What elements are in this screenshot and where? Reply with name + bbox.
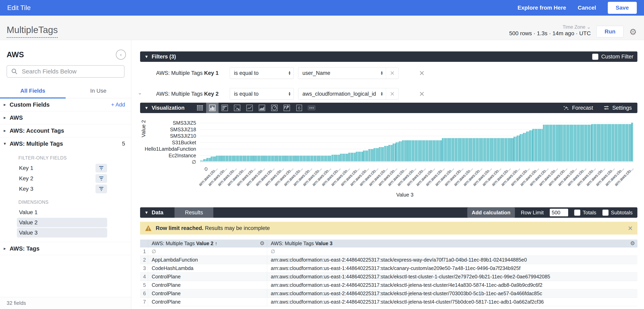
cell-value2[interactable]: ControlPlane: [148, 290, 267, 298]
filter-icon[interactable]: [96, 174, 107, 183]
run-button[interactable]: Run: [596, 26, 624, 38]
cell-value3[interactable]: arn:aws:cloudformation:us-east-2:4486402…: [267, 281, 638, 289]
filters-section-header[interactable]: ▼ Filters (3) Custom Filter: [140, 52, 638, 62]
bar-segment[interactable]: [348, 153, 356, 162]
bar-segment[interactable]: [368, 149, 374, 162]
clear-value-icon[interactable]: ×: [386, 88, 398, 100]
table-icon[interactable]: [194, 103, 206, 113]
bar-segment[interactable]: [517, 136, 520, 162]
visualization-section-header[interactable]: ▼ Visualization 6 Forecast Settings: [140, 103, 638, 113]
caret-down-icon[interactable]: ▼: [144, 54, 148, 59]
cell-value3[interactable]: arn:aws:cloudformation:us-east-1:4486402…: [267, 272, 638, 281]
area-chart-icon[interactable]: [256, 103, 268, 113]
bar-segment[interactable]: [523, 133, 526, 162]
line-chart-icon[interactable]: [243, 103, 256, 113]
bar-segment[interactable]: [356, 152, 363, 162]
column-gear-icon[interactable]: ⚙: [630, 240, 635, 246]
add-calculation-button[interactable]: Add calculation: [467, 208, 515, 218]
caret-right-icon[interactable]: ▸: [0, 246, 10, 251]
bar-segment[interactable]: [374, 148, 379, 162]
filter-value-select[interactable]: aws_cloudformation_logical_id ▴▾ ×: [298, 88, 399, 100]
tab-in-use[interactable]: In Use: [66, 84, 131, 98]
data-section-header[interactable]: ▼ Data Results Add calculation Row Limit…: [140, 207, 638, 218]
scroll-down-chevron-icon[interactable]: ⌄: [138, 90, 142, 96]
sidebar-group-aws[interactable]: ▸ AWS: [0, 111, 131, 124]
results-tab[interactable]: Results: [174, 207, 213, 218]
bar-segment[interactable]: [384, 146, 388, 162]
caret-down-icon[interactable]: ▾: [0, 141, 10, 146]
bar-segment[interactable]: [526, 132, 529, 162]
cell-value3[interactable]: arn:aws:cloudformation:us-east-2:4486402…: [267, 256, 638, 264]
collapse-sidebar-button[interactable]: ‹: [116, 50, 126, 60]
cell-value2[interactable]: ControlPlane: [148, 272, 267, 281]
cell-value2[interactable]: AppLambdaFunction: [148, 256, 267, 264]
bar-segment[interactable]: [529, 130, 532, 162]
bar-segment[interactable]: [363, 150, 368, 162]
more-viz-icon[interactable]: [306, 103, 318, 113]
field-search[interactable]: [6, 65, 124, 78]
remove-filter-icon[interactable]: ×: [419, 90, 424, 98]
caret-right-icon[interactable]: ▸: [0, 128, 10, 133]
chart-plot-area[interactable]: [200, 119, 634, 162]
cell-value2[interactable]: ControlPlane: [148, 298, 267, 306]
bar-segment[interactable]: [520, 134, 523, 162]
bar-segment[interactable]: [399, 141, 402, 162]
field-value-2-selected[interactable]: Value 2: [17, 218, 107, 227]
column-header-value3[interactable]: AWS: Multiple Tags Value 3 ⚙: [267, 240, 638, 247]
caret-down-icon[interactable]: ▼: [144, 210, 148, 215]
bar-segment[interactable]: [388, 145, 393, 162]
field-value-1[interactable]: Value 1: [17, 208, 107, 217]
filter-icon[interactable]: [96, 164, 107, 172]
scatter-chart-icon[interactable]: [231, 103, 243, 113]
bar-segment[interactable]: [396, 142, 399, 162]
filter-icon[interactable]: [96, 184, 107, 193]
save-button[interactable]: Save: [608, 2, 637, 14]
dismiss-warning-icon[interactable]: ×: [628, 224, 632, 232]
sidebar-group-custom-fields[interactable]: ▸ Custom Fields + Add: [0, 98, 131, 111]
map-icon[interactable]: [280, 103, 293, 113]
pie-chart-icon[interactable]: [268, 103, 280, 113]
sidebar-group-aws-multiple-tags[interactable]: ▾ AWS: Multiple Tags 5: [0, 137, 131, 150]
totals-checkbox[interactable]: [574, 210, 580, 216]
bar-segment[interactable]: [442, 138, 513, 162]
cell-value2[interactable]: ∅: [148, 247, 267, 256]
add-custom-field-button[interactable]: + Add: [111, 102, 125, 108]
bar-segment[interactable]: [543, 125, 591, 162]
bar-chart-icon[interactable]: [218, 103, 231, 113]
bar-segment[interactable]: [514, 137, 517, 162]
bar-segment[interactable]: [631, 123, 634, 162]
subtotals-checkbox[interactable]: [602, 210, 608, 216]
tile-title[interactable]: MultipleTags: [6, 24, 58, 38]
column-gear-icon[interactable]: ⚙: [260, 240, 264, 246]
cell-value3[interactable]: arn:aws:cloudformation:us-east-1:4486402…: [267, 264, 638, 272]
gear-icon[interactable]: ⚙: [629, 28, 637, 38]
filter-operator-select[interactable]: is equal to ▴▾: [230, 88, 294, 100]
forecast-button[interactable]: Forecast: [563, 105, 593, 111]
explore-from-here-button[interactable]: Explore from Here: [518, 4, 566, 11]
sidebar-group-aws-tags[interactable]: ▸ AWS: Tags: [0, 242, 131, 255]
remove-filter-icon[interactable]: ×: [419, 69, 424, 78]
column-header-value2[interactable]: AWS: Multiple Tags Value 2 ↑ ⚙: [148, 240, 267, 247]
cell-value2[interactable]: ControlPlane: [148, 281, 267, 289]
bar-segment[interactable]: [591, 124, 632, 162]
bar-segment[interactable]: [340, 154, 348, 162]
caret-down-icon[interactable]: ▼: [144, 106, 148, 110]
tab-all-fields[interactable]: All Fields: [0, 84, 66, 98]
single-value-icon[interactable]: 6: [293, 103, 306, 113]
field-value-3-selected[interactable]: Value 3: [17, 228, 107, 238]
filter-value-select[interactable]: user_Name ▴▾ ×: [298, 67, 399, 79]
bar-segment[interactable]: [393, 144, 396, 162]
bar-series[interactable]: [200, 119, 634, 162]
row-limit-input[interactable]: [550, 209, 568, 216]
cell-value2[interactable]: CodeHashLambda: [148, 264, 267, 272]
column-chart-icon[interactable]: [206, 103, 218, 113]
clear-value-icon[interactable]: ×: [386, 68, 398, 79]
filter-operator-select[interactable]: is equal to ▴▾: [230, 67, 294, 79]
bar-segment[interactable]: [379, 147, 384, 162]
bar-segment[interactable]: [532, 129, 543, 162]
caret-right-icon[interactable]: ▸: [0, 102, 10, 107]
cell-value3[interactable]: ∅: [267, 247, 638, 256]
sidebar-group-aws-account-tags[interactable]: ▸ AWS: Account Tags: [0, 124, 131, 137]
settings-button[interactable]: Settings: [603, 105, 632, 111]
cancel-button[interactable]: Cancel: [578, 4, 596, 11]
